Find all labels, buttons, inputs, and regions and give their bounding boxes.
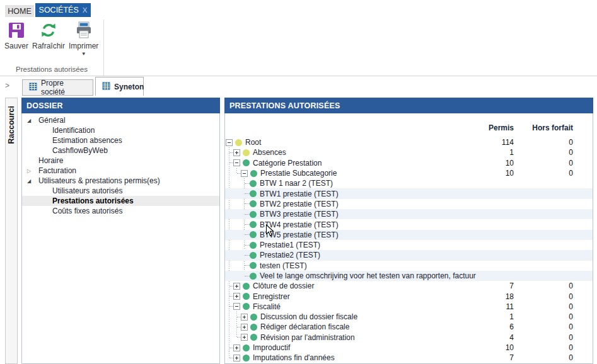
expand-node-button[interactable] [233,149,240,156]
dossier-tree-item[interactable]: CashflowByWeb [22,145,219,156]
ribbon-tab-societes[interactable]: SOCIÉTÉS X [35,3,91,17]
ribbon-toolbar: Sauver Rafraîchir [0,17,597,76]
permis-value: 4 [509,333,514,342]
permis-value: 114 [502,138,514,147]
green-status-dot-icon [243,159,250,166]
dossier-panel: DOSSIER ◢GénéralIdentificationEstimation… [21,98,220,364]
expand-node-button[interactable] [233,283,240,290]
prestation-tree-row[interactable]: testen (TEST) [225,261,593,271]
prestation-tree-row[interactable]: Veel te lange omschrijving voor het test… [225,271,593,281]
prestation-tree-row[interactable]: BTW5 prestatie (TEST) [225,230,593,240]
hors-forfait-value: 0 [569,333,573,342]
expand-node-button[interactable] [233,355,240,361]
dossier-tree-item[interactable]: Coûts fixes autorisés [22,206,219,216]
prestation-tree-row[interactable]: Improductif100 [225,343,593,353]
close-tab-icon[interactable]: X [83,6,88,14]
print-dropdown-arrow-icon[interactable]: ▼ [81,52,86,56]
collapse-node-button[interactable] [233,303,240,310]
green-status-dot-icon [250,242,257,249]
hors-forfait-value: 0 [569,343,573,352]
shortcut-panel-label: Raccourci [7,106,16,144]
prestation-tree-row[interactable]: Prestatie1 (TEST) [225,240,593,250]
expand-node-button[interactable] [241,324,248,331]
mouse-cursor [265,224,274,239]
expand-node-button[interactable] [241,334,248,341]
prestation-tree-row[interactable]: Root1140 [225,137,593,147]
prestation-tree-row[interactable]: Discussion du dossier fiscale10 [225,312,593,322]
prestation-row-label: Enregistrer [253,292,290,301]
yellow-status-dot-icon [243,149,250,156]
building-icon [29,82,37,93]
prestation-tree-row[interactable]: Imputations fin d'années70 [225,353,593,363]
prestation-tree-row[interactable]: Clôture de dossier70 [225,281,593,291]
dossier-panel-header: DOSSIER [21,98,220,113]
dossier-tree-item-label: Coûts fixes autorisés [52,207,122,215]
dossier-tree-item[interactable]: ▷Facturation [22,166,219,176]
expanded-triangle-icon[interactable]: ◢ [27,118,35,123]
doc-tab-propre-societe[interactable]: Propre société [22,79,93,96]
collapse-node-button[interactable] [241,170,248,177]
prestation-tree-row[interactable]: Prestatie Subcategorie100 [225,168,593,178]
green-status-dot-icon [243,283,250,290]
collapse-chevron-icon[interactable]: > [5,81,9,90]
green-status-dot-icon [250,252,257,259]
floppy-disk-icon [7,21,26,40]
collapse-node-button[interactable] [233,159,240,166]
expand-node-button[interactable] [233,293,240,300]
hors-forfait-value: 0 [569,302,573,311]
dossier-tree-item[interactable]: Estimation absences [22,135,219,145]
shortcut-side-panel[interactable]: Raccourci [5,98,18,364]
dossier-tree-item-label: Facturation [38,166,76,175]
dossier-tree-item-label: Général [38,116,66,125]
prestation-row-label: Imputations fin d'années [253,353,335,362]
green-status-dot-icon [250,211,257,218]
prestation-tree-row[interactable]: Fiscalité110 [225,302,593,312]
prestation-tree-row[interactable]: Enregistrer180 [225,291,593,301]
ribbon-tab-home[interactable]: HOME [5,5,34,17]
expand-node-button[interactable] [233,344,240,351]
hors-forfait-value: 0 [569,169,573,178]
expand-node-button[interactable] [241,314,248,321]
tree-connector-stub [245,276,250,276]
tree-connector-stub [245,255,250,256]
column-headers: Permis Hors forfait [225,123,593,134]
collapse-node-button[interactable] [226,139,233,146]
tree-connector-stub [245,265,250,266]
dossier-tree-item[interactable]: ◢Utilisateurs & prestations permis(es) [22,176,219,186]
prestation-tree-row[interactable]: Absences10 [225,147,593,157]
refresh-icon [39,21,58,40]
save-button[interactable]: Sauver [4,21,28,50]
prestation-tree-row[interactable]: Rédiger déclaration fiscale60 [225,322,593,332]
dossier-tree-item[interactable]: Prestations autorisées [22,196,219,206]
prestation-row-label: Prestatie Subcategorie [260,169,337,178]
prestation-tree-row[interactable]: BTW2 prestatie (TEST) [225,199,593,209]
expanded-triangle-icon[interactable]: ◢ [27,178,35,184]
prestation-tree-row[interactable]: Révision par l'administration40 [225,333,593,343]
prestation-row-label: BTW1 prestatie (TEST) [260,190,339,198]
dossier-tree-item[interactable]: Utilisateurs autorisés [22,186,219,196]
prestation-tree-row[interactable]: BTW 1 naar 2 (TEST) [225,178,593,188]
prestation-tree-row[interactable]: Prestatie2 (TEST) [225,250,593,260]
column-header-permis[interactable]: Permis [489,123,514,132]
column-header-hors-forfait[interactable]: Hors forfait [532,123,573,132]
tree-connector-stub [245,203,250,204]
prestation-row-label: Prestatie2 (TEST) [260,251,320,259]
refresh-button[interactable]: Rafraîchir [32,21,65,50]
prestation-tree-row[interactable]: Catégorie Prestation100 [225,158,593,168]
hors-forfait-value: 0 [569,282,573,290]
dossier-tree-item[interactable]: ◢Général [22,115,219,125]
prestation-tree-row[interactable]: BTW3 prestatie (TEST) [225,209,593,219]
dossier-tree-item-label: CashflowByWeb [52,146,108,155]
doc-tab-syneton[interactable]: Syneton [95,77,144,96]
prestation-tree-row[interactable]: BTW4 prestatie (TEST) [225,219,593,229]
print-button[interactable]: Imprimer ▼ [69,21,98,56]
green-status-dot-icon [250,314,257,321]
prestations-panel-body: Permis Hors forfait Root1140Absences10Ca… [224,113,593,364]
green-status-dot-icon [250,324,257,331]
prestation-tree-row[interactable]: BTW1 prestatie (TEST) [225,188,593,198]
dossier-tree-item[interactable]: Horaire [22,156,219,166]
collapsed-triangle-icon[interactable]: ▷ [27,168,35,174]
dossier-tree-item[interactable]: Identification [22,125,219,135]
prestation-row-label: Veel te lange omschrijving voor het test… [260,271,476,280]
green-status-dot-icon [243,355,250,361]
